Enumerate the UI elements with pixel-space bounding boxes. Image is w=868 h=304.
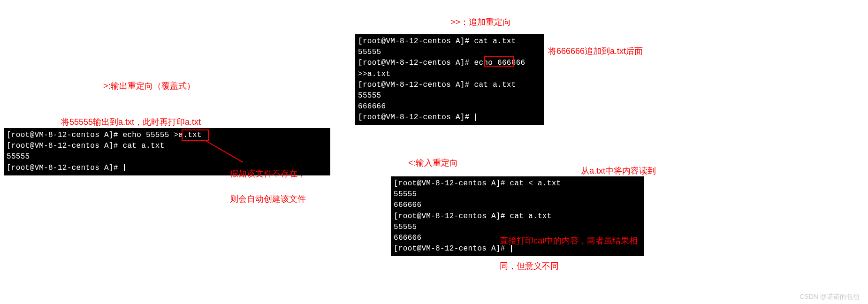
br-term-line1: [root@VM-8-12-centos A]# cat < a.txt bbox=[394, 178, 641, 189]
br-note-top-line1: 从a.txt中将内容读到 bbox=[581, 166, 656, 175]
tr-term-line2: 55555 bbox=[358, 47, 541, 58]
tr-term-line3-box: 666666 bbox=[497, 59, 525, 67]
bottomright-title: <:输入重定向 bbox=[408, 157, 458, 169]
left-note-side: 假如该文件不存在， 则会自动创建该文件 bbox=[230, 155, 306, 205]
br-term-line4: [root@VM-8-12-centos A]# cat a.txt bbox=[394, 211, 641, 222]
cursor-icon bbox=[124, 164, 125, 171]
tr-term-line3a: [root@VM-8-12-centos A]# echo bbox=[358, 59, 497, 67]
left-note-top-line1: 将55555输出到a.txt，此时再打印a.txt bbox=[61, 117, 201, 127]
tr-term-line7: [root@VM-8-12-centos A]# bbox=[358, 112, 541, 123]
left-term-prompt: [root@VM-8-12-centos A]# bbox=[7, 164, 123, 172]
left-term-line2: [root@VM-8-12-centos A]# cat a.txt bbox=[7, 141, 327, 152]
tr-term-prompt: [root@VM-8-12-centos A]# bbox=[358, 113, 474, 122]
tr-term-line4: [root@VM-8-12-centos A]# cat a.txt bbox=[358, 80, 541, 91]
br-note-mid-line1: 直接打印cat中的内容，两者虽结果相 bbox=[500, 236, 638, 245]
topright-note: 将666666追加到a.txt后面 bbox=[548, 45, 643, 58]
topright-title: >>：追加重定向 bbox=[450, 16, 511, 29]
tr-term-line3b: >>a.txt bbox=[358, 70, 390, 78]
watermark: CSDN @诺诺的包包 bbox=[799, 293, 860, 301]
bottomright-note-mid: 直接打印cat中的内容，两者虽结果相 同，但意义不同 bbox=[500, 222, 638, 273]
br-term-line2: 55555 bbox=[394, 189, 641, 200]
br-note-mid-line2: 同，但意义不同 bbox=[500, 261, 559, 271]
tr-term-line1: [root@VM-8-12-centos A]# cat a.txt bbox=[358, 36, 541, 47]
left-term-line1: [root@VM-8-12-centos A]# echo 55555 >a.t… bbox=[7, 130, 327, 141]
tr-term-line6: 666666 bbox=[358, 101, 541, 112]
tr-term-line5: 55555 bbox=[358, 91, 541, 101]
cursor-icon bbox=[475, 114, 476, 121]
br-term-line3: 666666 bbox=[394, 200, 641, 211]
left-title: >:输出重定向（覆盖式） bbox=[103, 80, 195, 92]
br-term-prompt: [root@VM-8-12-centos A]# bbox=[394, 244, 510, 253]
left-note-side-line2: 则会自动创建该文件 bbox=[230, 194, 306, 204]
left-note-side-line1: 假如该文件不存在， bbox=[230, 169, 306, 178]
topright-terminal: [root@VM-8-12-centos A]# cat a.txt 55555… bbox=[355, 34, 544, 125]
tr-term-line3: [root@VM-8-12-centos A]# echo 666666 >>a… bbox=[358, 58, 541, 79]
